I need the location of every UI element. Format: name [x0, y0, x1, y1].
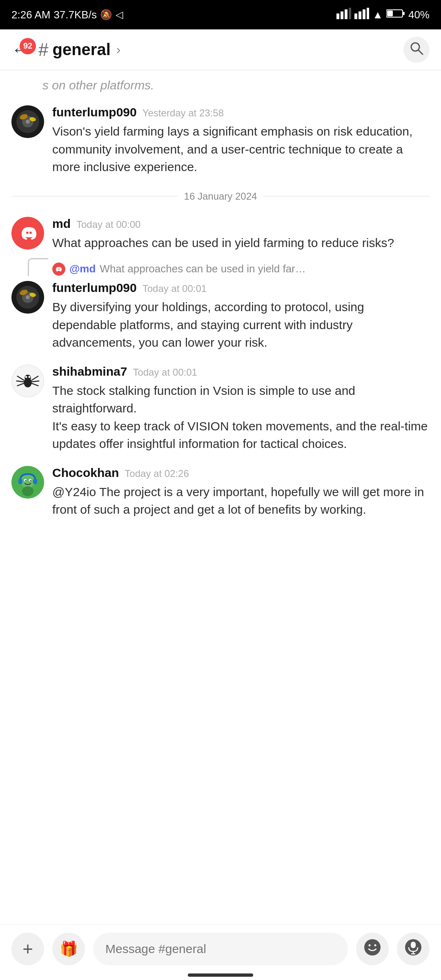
svg-rect-2: [345, 9, 347, 19]
send-icon: ◁: [116, 9, 123, 20]
reply-connector-line: [28, 258, 48, 276]
avatar: [11, 365, 44, 397]
emoji-icon: [363, 938, 381, 960]
username: funterlump090: [52, 281, 137, 295]
message-input[interactable]: [93, 933, 348, 965]
divider-line-right: [263, 196, 430, 196]
svg-rect-3: [349, 8, 351, 19]
message-header: funterlump090 Yesterday at 23:58: [52, 105, 430, 119]
battery-icon: [386, 9, 405, 21]
emoji-button[interactable]: [356, 933, 389, 965]
svg-point-47: [30, 480, 31, 481]
channel-info[interactable]: # general ›: [38, 40, 403, 60]
message-text: @Y24io The project is a very important, …: [52, 483, 430, 519]
message-content: funterlump090 Today at 00:01 By diversif…: [52, 281, 430, 352]
message-text: What approaches can be used in yield far…: [52, 234, 430, 252]
svg-rect-0: [336, 13, 339, 19]
svg-point-19: [11, 217, 44, 249]
message-text: The stock stalking function in Vsion is …: [52, 382, 430, 453]
message-row: funterlump090 Yesterday at 23:58 Vison's…: [0, 99, 441, 183]
username: funterlump090: [52, 105, 137, 119]
status-left: 2:26 AM 37.7KB/s 🔕 ◁: [11, 9, 123, 21]
svg-rect-10: [387, 11, 393, 16]
search-button[interactable]: [403, 37, 430, 63]
timestamp: Today at 02:26: [125, 468, 189, 479]
message-content: md Today at 00:00 What approaches can be…: [52, 217, 430, 252]
svg-rect-53: [411, 942, 416, 948]
date-label: 16 January 2024: [184, 191, 257, 202]
reply-connector-area: @md What approaches can be used in yield…: [0, 258, 441, 276]
message-content: funterlump090 Yesterday at 23:58 Vison's…: [52, 105, 430, 176]
svg-rect-4: [354, 13, 357, 19]
reply-preview-text: What approaches can be used in yield far…: [100, 263, 312, 275]
message-row: shihabmina7 Today at 00:01 The stock sta…: [0, 358, 441, 459]
chevron-right-icon: ›: [116, 42, 121, 57]
svg-rect-6: [363, 9, 365, 19]
truncated-message: s on other platforms.: [0, 70, 441, 99]
plus-button[interactable]: +: [11, 933, 44, 965]
message-content: shihabmina7 Today at 00:01 The stock sta…: [52, 365, 430, 453]
svg-point-30: [25, 376, 27, 378]
timestamp: Today at 00:01: [143, 283, 207, 294]
message-header: funterlump090 Today at 00:01: [52, 281, 430, 295]
message-row: md Today at 00:00 What approaches can be…: [0, 210, 441, 258]
signal-icon: [336, 8, 351, 22]
username: md: [52, 217, 71, 231]
search-icon: [409, 41, 424, 59]
avatar: [11, 281, 44, 314]
reply-discord-icon: [52, 263, 65, 276]
svg-rect-7: [367, 8, 369, 19]
message-header: md Today at 00:00: [52, 217, 430, 231]
gift-button[interactable]: 🎁: [52, 933, 85, 965]
notification-mute-icon: 🔕: [100, 9, 112, 20]
username: shihabmina7: [52, 365, 127, 379]
svg-point-26: [26, 295, 30, 299]
svg-rect-43: [33, 479, 37, 484]
svg-point-50: [369, 944, 371, 946]
messages-list: s on other platforms. funterlump090 Yest…: [0, 70, 441, 599]
gift-icon: 🎁: [60, 940, 78, 958]
back-button[interactable]: ← 92: [11, 41, 29, 58]
status-right: ▲ 40%: [336, 8, 430, 22]
svg-line-12: [418, 50, 423, 54]
message-text: Vison's yield farming lays a significant…: [52, 122, 430, 176]
svg-point-46: [25, 480, 27, 481]
home-indicator: [188, 973, 253, 977]
svg-rect-5: [359, 11, 361, 19]
channel-hash-icon: #: [38, 40, 48, 60]
wifi-icon: ▲: [372, 9, 383, 21]
message-header: Chocokhan Today at 02:26: [52, 466, 430, 480]
message-header: shihabmina7 Today at 00:01: [52, 365, 430, 379]
reply-mention: @md: [69, 263, 96, 275]
timestamp: Today at 00:00: [76, 219, 140, 230]
date-divider: 16 January 2024: [0, 183, 441, 210]
avatar: [11, 105, 44, 138]
reply-quote: @md What approaches can be used in yield…: [48, 258, 312, 276]
svg-point-31: [28, 376, 30, 378]
svg-rect-1: [341, 11, 343, 19]
divider-line-left: [11, 196, 178, 196]
svg-point-48: [22, 486, 33, 496]
avatar: [11, 217, 44, 249]
svg-point-18: [26, 120, 30, 124]
channel-header: ← 92 # general ›: [0, 29, 441, 70]
mic-icon: [404, 938, 422, 960]
status-bar: 2:26 AM 37.7KB/s 🔕 ◁ ▲: [0, 0, 441, 29]
svg-rect-42: [18, 479, 22, 484]
mic-button[interactable]: [397, 933, 430, 965]
battery-percent: 40%: [408, 9, 430, 21]
message-row: funterlump090 Today at 00:01 By diversif…: [0, 274, 441, 358]
message-content: Chocokhan Today at 02:26 @Y24io The proj…: [52, 466, 430, 519]
time: 2:26 AM: [11, 9, 50, 21]
network-speed: 37.7KB/s: [53, 9, 97, 21]
message-row: Chocokhan Today at 02:26 @Y24io The proj…: [0, 459, 441, 525]
bottom-input-bar: + 🎁: [0, 924, 441, 980]
signal2-icon: [354, 8, 369, 22]
username: Chocokhan: [52, 466, 119, 480]
timestamp: Today at 00:01: [133, 367, 197, 378]
svg-point-49: [364, 939, 381, 956]
svg-point-29: [24, 374, 31, 381]
channel-name: general: [52, 40, 110, 59]
plus-icon: +: [22, 939, 33, 959]
timestamp: Yesterday at 23:58: [143, 107, 224, 119]
